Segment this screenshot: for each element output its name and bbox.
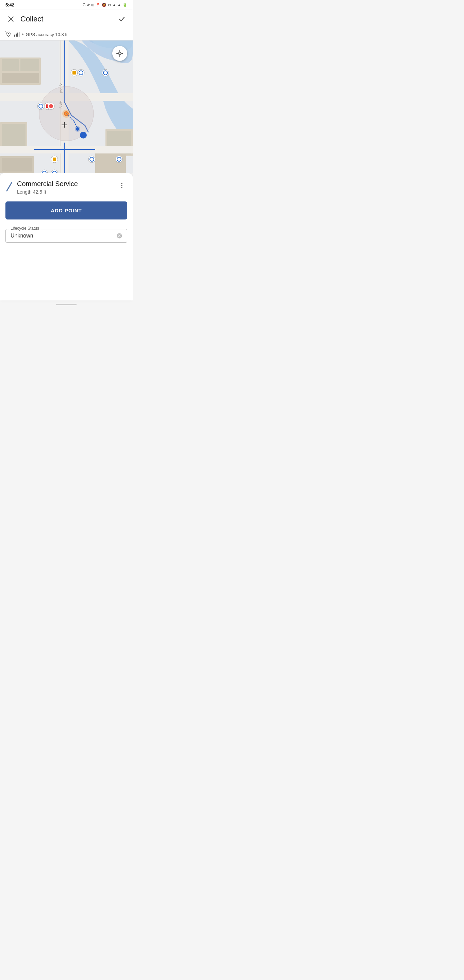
map-area[interactable]: S Washington St [0,40,133,173]
status-icons: G ⟳ ⊞ 📍 🔕 ⊘ ▲ ▲ 🔋 [83,3,127,7]
location-crosshair-icon [116,50,124,57]
handle-bar [56,304,76,305]
clear-icon [116,233,122,239]
bottom-handle [0,304,133,308]
svg-rect-13 [2,158,32,172]
feature-header: Commercial Service Length 42.5 ft [5,180,127,195]
line-feature-icon [5,181,13,192]
top-bar: Collect [0,10,133,29]
signal-icon: ▲ [112,3,116,7]
map-svg: S Washington St [0,40,133,173]
google-icon: G [83,3,86,7]
dnd-icon: ⊘ [108,3,111,7]
lifecycle-value: Unknown [11,233,33,239]
svg-rect-4 [16,34,17,37]
mute-icon: 🔕 [102,3,106,7]
bottom-sheet: Commercial Service Length 42.5 ft ADD PO… [0,173,133,301]
app-icon: ⊞ [91,3,94,7]
svg-point-40 [76,127,79,130]
svg-point-72 [121,187,122,188]
lifecycle-label: Lifecycle Status [9,226,40,231]
close-button[interactable] [5,14,16,24]
confirm-button[interactable] [116,14,127,24]
gps-bullet: • [22,31,24,37]
svg-point-70 [121,183,122,184]
svg-point-53 [49,104,53,108]
svg-rect-55 [53,158,56,161]
status-bar: 5:42 G ⟳ ⊞ 📍 🔕 ⊘ ▲ ▲ 🔋 [0,0,133,10]
lifecycle-section: Lifecycle Status Unknown [5,229,127,243]
feature-info: Commercial Service Length 42.5 ft [17,180,116,195]
more-options-button[interactable] [116,180,127,191]
wifi-icon: ▲ [118,3,121,7]
lifecycle-clear-button[interactable] [115,232,124,240]
svg-rect-10 [21,59,39,71]
svg-point-64 [118,52,121,54]
gps-accuracy-text: GPS accuracy 10.8 ft [26,32,68,37]
battery-icon: 🔋 [122,3,127,7]
page-title: Collect [21,14,116,24]
feature-icon [5,181,13,194]
svg-line-69 [7,183,11,191]
feature-title: Commercial Service [17,180,116,188]
signal-bars-icon [14,32,20,37]
form-spacer [5,250,127,290]
svg-rect-11 [2,73,39,83]
svg-rect-9 [2,59,19,71]
svg-rect-5 [17,33,18,37]
status-time: 5:42 [5,2,14,8]
location-icon: 📍 [95,3,100,7]
add-point-button[interactable]: ADD POINT [5,202,127,220]
gps-bar: • GPS accuracy 10.8 ft [0,29,133,40]
svg-point-41 [80,132,87,138]
svg-rect-3 [14,35,15,37]
feature-subtitle: Length 42.5 ft [17,189,116,195]
gps-icon [5,31,11,37]
lifecycle-field-wrapper[interactable]: Lifecycle Status Unknown [5,229,127,243]
svg-point-2 [8,33,9,34]
sync-icon: ⟳ [87,3,90,7]
location-button[interactable] [112,46,127,61]
more-vert-icon [118,182,125,189]
svg-rect-15 [2,124,25,148]
svg-rect-43 [73,71,76,75]
svg-rect-6 [19,32,20,37]
svg-point-71 [121,185,122,186]
